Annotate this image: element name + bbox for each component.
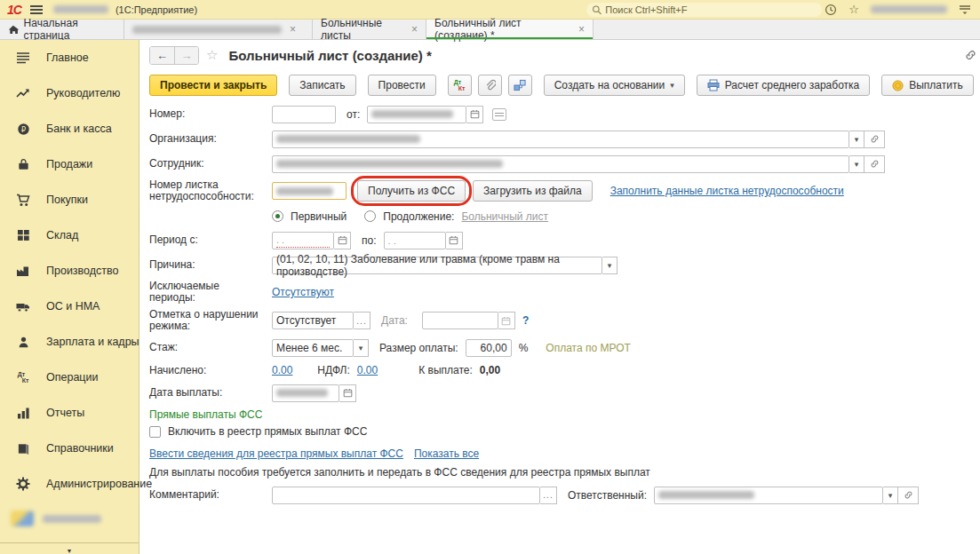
ruble-coin-icon: ₽	[15, 122, 31, 136]
employee-open-button[interactable]	[864, 155, 885, 173]
search-input[interactable]	[605, 4, 817, 15]
fill-sick-note-link[interactable]: Заполнить данные листка нетрудоспособнос…	[610, 185, 844, 197]
violation-choose-button[interactable]: ...	[354, 312, 370, 329]
doc-date-input[interactable]	[367, 106, 466, 123]
sidebar-item-sales[interactable]: Продажи	[0, 146, 139, 182]
organization-dropdown-button[interactable]: ▾	[849, 131, 864, 148]
global-search[interactable]	[586, 3, 822, 17]
sidebar-item-partner[interactable]	[0, 502, 139, 535]
close-tab-icon[interactable]: ×	[411, 23, 418, 36]
tab-sick-leave-form[interactable]: Больничный лист (создание) * ×	[426, 20, 594, 39]
post-and-close-button[interactable]: Провести и закрыть	[149, 75, 277, 96]
field-row-pay-date: Дата выплаты:	[149, 384, 980, 402]
seniority-label: Стаж:	[149, 342, 265, 353]
history-icon[interactable]	[825, 4, 837, 16]
load-from-file-button[interactable]: Загрузить из файла	[473, 180, 593, 202]
tab-title-redacted	[132, 26, 282, 34]
calendar-icon	[501, 316, 511, 326]
paperclip-icon	[483, 79, 496, 91]
dtkt-postings-button[interactable]: ДтКт	[448, 75, 472, 96]
related-documents-button[interactable]	[508, 75, 532, 96]
responsible-open-button[interactable]	[898, 487, 919, 504]
help-icon[interactable]: ?	[522, 314, 529, 327]
close-tab-icon[interactable]: ×	[290, 23, 296, 36]
sidebar-item-bank-cash[interactable]: ₽ Банк и касса	[0, 111, 139, 146]
reason-select[interactable]: (01, 02, 10, 11) Заболевание или травма …	[272, 257, 602, 274]
organization-open-button[interactable]	[864, 131, 885, 148]
back-button[interactable]: ←	[150, 47, 174, 64]
service-menu-icon[interactable]	[959, 4, 971, 15]
ndfl-link[interactable]: 0.00	[357, 364, 378, 376]
sidebar-item-administration[interactable]: Администрирование	[0, 466, 139, 502]
period-to-input[interactable]: . .	[384, 232, 446, 249]
accrued-link[interactable]: 0.00	[272, 364, 292, 376]
doc-register-icon[interactable]	[492, 108, 506, 121]
date-from-label: от:	[347, 108, 360, 121]
sidebar-expand-strip[interactable]: ▼	[0, 542, 139, 554]
pay-button[interactable]: Выплатить	[881, 75, 974, 96]
get-link-icon[interactable]	[964, 49, 977, 61]
pay-date-calendar-button[interactable]	[339, 384, 356, 402]
main-menu-icon[interactable]	[30, 5, 43, 14]
post-button[interactable]: Провести	[368, 75, 436, 96]
pay-rate-input[interactable]: 60,00	[466, 339, 512, 357]
violation-date-calendar-button[interactable]	[498, 312, 515, 329]
sidebar-item-manager[interactable]: Руководителю	[0, 75, 139, 111]
tab-home[interactable]: Начальная страница	[0, 20, 124, 39]
close-tab-icon[interactable]: ×	[578, 23, 585, 36]
violation-select[interactable]: Отсутствует	[272, 312, 354, 329]
attach-button[interactable]	[478, 75, 502, 96]
create-based-on-button[interactable]: Создать на основании▾	[544, 75, 685, 96]
pay-date-label: Дата выплаты:	[149, 387, 265, 399]
forward-button[interactable]: →	[174, 47, 198, 64]
sidebar-item-operations[interactable]: ДтКт Операции	[0, 360, 139, 395]
responsible-select[interactable]	[654, 487, 883, 504]
open-link-icon	[870, 134, 880, 144]
excluded-periods-link[interactable]: Отсутствуют	[272, 286, 334, 298]
employee-select[interactable]	[272, 155, 849, 173]
responsible-dropdown-button[interactable]: ▾	[883, 487, 898, 504]
employee-dropdown-button[interactable]: ▾	[849, 155, 864, 173]
comment-label: Комментарий:	[149, 489, 265, 501]
period-from-calendar-button[interactable]	[334, 232, 351, 249]
sidebar-item-main[interactable]: Главное	[0, 40, 139, 75]
favorite-star-icon[interactable]: ☆	[206, 47, 218, 63]
tab-sick-leaves-list[interactable]: Больничные листы ×	[313, 20, 426, 39]
continuation-radio[interactable]	[364, 210, 376, 222]
doc-date-calendar-button[interactable]	[466, 106, 483, 123]
sidebar-item-salary-hr[interactable]: Зарплата и кадры	[0, 324, 139, 360]
include-registry-checkbox[interactable]	[149, 426, 161, 438]
avg-earnings-button[interactable]: Расчет среднего заработка	[697, 75, 871, 96]
period-to-calendar-button[interactable]	[446, 232, 463, 249]
sick-note-number-input[interactable]	[272, 182, 347, 200]
violation-date-input[interactable]	[422, 312, 498, 329]
comment-choose-button[interactable]: ...	[540, 487, 557, 504]
tab-redacted[interactable]: ×	[124, 20, 313, 39]
field-row-include-registry: Включить в реестр прямых выплат ФСС	[149, 424, 980, 439]
sidebar-item-reports[interactable]: Отчеты	[0, 395, 139, 431]
organization-select[interactable]	[272, 131, 849, 148]
sidebar-item-purchases[interactable]: Покупки	[0, 182, 139, 218]
period-from-input[interactable]: . .	[272, 232, 334, 249]
pay-date-input[interactable]	[272, 384, 339, 402]
partner-logo	[11, 510, 34, 526]
number-input[interactable]	[272, 106, 336, 123]
reason-dropdown-button[interactable]: ▾	[602, 257, 617, 274]
favorites-star-icon[interactable]: ☆	[849, 4, 859, 15]
show-all-link[interactable]: Показать все	[414, 447, 479, 460]
menu-lines-icon	[15, 51, 31, 65]
field-row-sick-note-number: Номер листка нетрудоспособности: Получит…	[149, 179, 980, 202]
ndfl-label: НДФЛ:	[317, 364, 349, 376]
primary-radio[interactable]	[272, 210, 283, 222]
enter-registry-link[interactable]: Ввести сведения для реестра прямых выпла…	[149, 447, 403, 460]
doc-date-redacted	[371, 110, 453, 118]
get-from-fss-button[interactable]: Получить из ФСС	[357, 180, 466, 202]
sidebar-item-production[interactable]: Производство	[0, 253, 139, 289]
seniority-dropdown-button[interactable]: ▾	[354, 339, 369, 357]
sidebar-item-fixed-assets[interactable]: ОС и НМА	[0, 289, 139, 324]
sidebar-item-warehouse[interactable]: Склад	[0, 218, 139, 253]
write-button[interactable]: Записать	[289, 75, 355, 96]
sidebar-item-directories[interactable]: Справочники	[0, 431, 139, 466]
seniority-select[interactable]: Менее 6 мес.	[272, 339, 354, 357]
comment-input[interactable]	[272, 487, 540, 504]
